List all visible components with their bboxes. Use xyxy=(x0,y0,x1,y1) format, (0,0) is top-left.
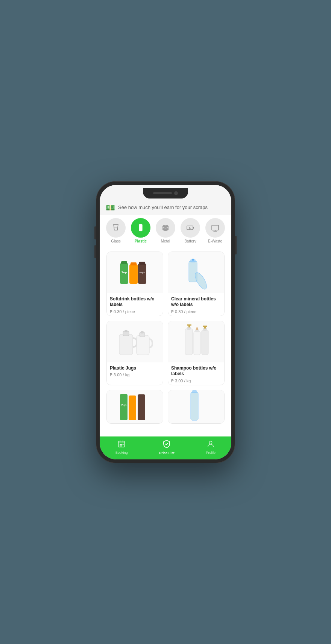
nav-profile[interactable]: Profile xyxy=(206,440,216,455)
jugs-price: ₱ 3.00 / kg xyxy=(110,373,160,377)
items-grid: 7up Pepsi Softdrink bottles w/o labels xyxy=(100,249,231,426)
notch xyxy=(143,188,188,199)
svg-rect-25 xyxy=(185,329,193,355)
bottom-nav: Booking Price List Profi xyxy=(100,436,231,459)
softdrink-name: Softdrink bottles w/o labels xyxy=(110,296,160,308)
svg-rect-32 xyxy=(202,330,208,355)
svg-rect-19 xyxy=(119,334,133,355)
svg-rect-46 xyxy=(120,445,121,446)
svg-rect-36 xyxy=(120,394,128,420)
ewaste-icon-circle xyxy=(205,218,225,238)
svg-rect-21 xyxy=(125,330,128,332)
phone-frame: 💵 See how much you'll earn for your scra… xyxy=(96,181,235,463)
phone-screen: 💵 See how much you'll earn for your scra… xyxy=(100,185,231,459)
shampoo-info: Shampoo bottles w/o labels ₱ 3.00 / kg xyxy=(168,362,224,385)
notch-area xyxy=(100,185,231,199)
svg-text:Pepsi: Pepsi xyxy=(139,271,145,274)
item-shampoo-bottles[interactable]: Shampoo bottles w/o labels ₱ 3.00 / kg xyxy=(168,321,225,385)
svg-rect-47 xyxy=(121,445,122,446)
mineral-price: ₱ 0.30 / piece xyxy=(171,309,221,314)
svg-rect-39 xyxy=(138,394,145,420)
svg-rect-22 xyxy=(137,335,149,355)
svg-rect-41 xyxy=(192,390,197,393)
svg-rect-28 xyxy=(187,324,191,326)
partial-mineral-image xyxy=(168,390,224,424)
speaker xyxy=(153,192,172,194)
svg-rect-12 xyxy=(138,264,146,284)
svg-rect-35 xyxy=(203,326,207,327)
svg-rect-29 xyxy=(194,331,200,355)
softdrink-price: ₱ 0.30 / piece xyxy=(110,309,160,314)
svg-rect-5 xyxy=(193,227,194,229)
item-mineral-bottles[interactable]: Clear mineral bottles w/o labels ₱ 0.30 … xyxy=(168,252,225,316)
svg-rect-17 xyxy=(192,259,194,261)
shampoo-price: ₱ 3.00 / kg xyxy=(171,379,221,383)
category-glass[interactable]: Glass xyxy=(106,218,126,243)
shampoo-name: Shampoo bottles w/o labels xyxy=(171,365,221,377)
svg-rect-24 xyxy=(141,331,144,333)
vol-down-button xyxy=(94,245,96,258)
svg-text:7up: 7up xyxy=(121,271,126,274)
category-ewaste[interactable]: E-Waste xyxy=(205,218,225,243)
svg-rect-8 xyxy=(121,261,127,264)
svg-rect-38 xyxy=(129,395,136,420)
plastic-label: Plastic xyxy=(135,239,147,243)
svg-rect-31 xyxy=(196,327,198,330)
money-icon: 💵 xyxy=(106,203,115,212)
plastic-icon-circle xyxy=(131,218,150,238)
category-plastic[interactable]: Plastic xyxy=(131,218,150,243)
softdrink-image: 7up Pepsi xyxy=(107,252,163,293)
nav-booking[interactable]: Booking xyxy=(115,440,128,455)
svg-point-0 xyxy=(140,225,141,227)
svg-rect-10 xyxy=(129,264,138,284)
svg-rect-45 xyxy=(123,444,124,445)
jugs-name: Plastic Jugs xyxy=(110,365,160,371)
svg-rect-11 xyxy=(131,262,137,265)
profile-label: Profile xyxy=(206,451,216,455)
item-partial-mineral[interactable] xyxy=(168,390,225,424)
svg-rect-43 xyxy=(120,444,121,445)
jugs-info: Plastic Jugs ₱ 3.00 / kg xyxy=(107,362,163,379)
ewaste-label: E-Waste xyxy=(208,239,222,243)
svg-text:7up: 7up xyxy=(121,403,126,407)
shampoo-image xyxy=(168,321,224,362)
svg-rect-6 xyxy=(212,225,219,230)
categories-row: Glass Plastic xyxy=(100,215,231,249)
category-metal[interactable]: Metal xyxy=(156,218,175,243)
item-partial-softdrink[interactable]: 7up xyxy=(106,390,163,424)
nav-price-list[interactable]: Price List xyxy=(159,439,175,455)
svg-rect-2 xyxy=(163,226,168,229)
scroll-content[interactable]: 💵 See how much you'll earn for your scra… xyxy=(100,199,231,436)
price-list-icon xyxy=(162,439,171,450)
glass-icon-circle xyxy=(106,218,126,238)
svg-rect-13 xyxy=(139,262,145,265)
item-softdrink-bottles[interactable]: 7up Pepsi Softdrink bottles w/o labels xyxy=(106,252,163,316)
header-banner: 💵 See how much you'll earn for your scra… xyxy=(100,199,231,215)
vol-up-button xyxy=(94,226,96,239)
price-list-label: Price List xyxy=(159,451,175,455)
svg-rect-44 xyxy=(121,444,122,445)
battery-label: Battery xyxy=(184,239,196,243)
power-button xyxy=(235,236,237,255)
mineral-info: Clear mineral bottles w/o labels ₱ 0.30 … xyxy=(168,293,224,316)
booking-label: Booking xyxy=(115,451,128,455)
metal-label: Metal xyxy=(161,239,170,243)
item-plastic-jugs[interactable]: Plastic Jugs ₱ 3.00 / kg xyxy=(106,321,163,385)
mineral-name: Clear mineral bottles w/o labels xyxy=(171,296,221,308)
svg-rect-40 xyxy=(191,392,198,420)
camera xyxy=(174,191,178,195)
category-battery[interactable]: Battery xyxy=(181,218,200,243)
svg-point-48 xyxy=(210,441,212,444)
metal-icon-circle xyxy=(156,218,175,238)
profile-icon xyxy=(206,440,215,450)
partial-softdrink-image: 7up xyxy=(107,390,163,424)
glass-label: Glass xyxy=(111,239,121,243)
mineral-image xyxy=(168,252,224,293)
battery-icon-circle xyxy=(181,218,200,238)
booking-icon xyxy=(117,440,126,450)
jugs-image xyxy=(107,321,163,362)
banner-text: See how much you'll earn for your scraps xyxy=(118,205,208,210)
softdrink-info: Softdrink bottles w/o labels ₱ 0.30 / pi… xyxy=(107,293,163,316)
